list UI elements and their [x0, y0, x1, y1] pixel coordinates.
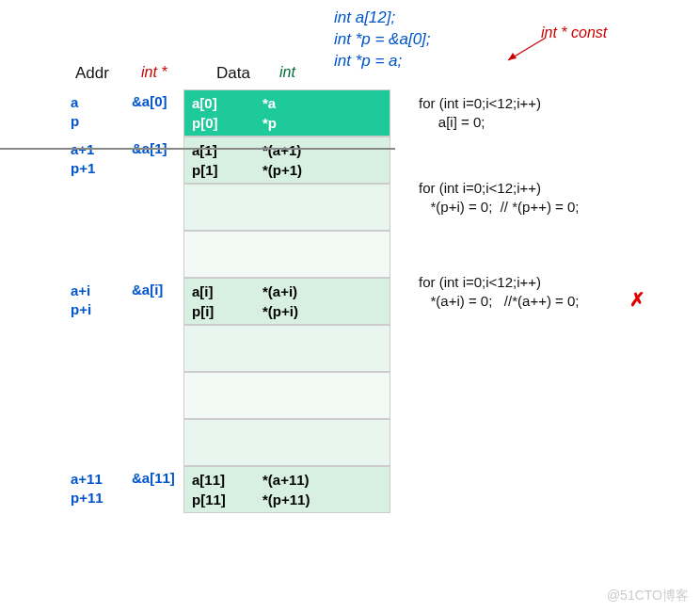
table-row: [71, 184, 390, 231]
svg-marker-1: [508, 53, 517, 60]
table-row: [71, 372, 390, 419]
addr-cell: [71, 325, 132, 372]
ptr-cell: [132, 325, 183, 372]
addr-cell: ap: [71, 89, 132, 137]
table-row: ap&a[0]a[0]*ap[0]*p: [71, 89, 390, 137]
ptr-cell: [132, 231, 183, 278]
decl-line-2: int *p = &a[0];: [334, 29, 431, 51]
addr-cell: a+11p+11: [71, 466, 132, 513]
data-cell: [183, 231, 390, 278]
svg-line-0: [508, 38, 546, 60]
decl-line-3: int *p = a;: [334, 51, 431, 72]
declaration-block: int a[12]; int *p = &a[0]; int *p = a;: [334, 8, 431, 72]
data-cell: a[11]*(a+11)p[11]*(p+11): [183, 466, 390, 513]
ptr-cell: &a[1]: [132, 137, 183, 184]
code-block-2: for (int i=0;i<12;i++) *(p+i) = 0; // *(…: [419, 179, 580, 217]
const-label: int * const: [541, 24, 607, 41]
data-cell: [183, 325, 390, 372]
data-cell: [183, 419, 390, 466]
ptr-cell: &a[11]: [132, 466, 183, 513]
data-cell: a[0]*ap[0]*p: [183, 89, 390, 137]
header-intptr: int *: [141, 64, 167, 81]
table-row: a+11p+11&a[11]a[11]*(a+11)p[11]*(p+11): [71, 466, 390, 513]
data-cell: [183, 184, 390, 231]
ptr-cell: &a[i]: [132, 278, 183, 325]
table-row: [71, 325, 390, 372]
ptr-cell: &a[0]: [132, 89, 183, 137]
table-row: a+ip+i&a[i]a[i]*(a+i)p[i]*(p+i): [71, 278, 390, 325]
table-row: a+1p+1&a[1]a[1]*(a+1)p[1]*(p+1): [71, 137, 390, 184]
addr-cell: [71, 184, 132, 231]
addr-cell: [71, 231, 132, 278]
addr-cell: a+ip+i: [71, 278, 132, 325]
header-int: int: [279, 64, 295, 81]
table-row: [71, 231, 390, 278]
header-addr: Addr: [75, 64, 109, 83]
ptr-cell: [132, 419, 183, 466]
addr-cell: [71, 419, 132, 466]
ptr-cell: [132, 372, 183, 419]
code-block-1: for (int i=0;i<12;i++) a[i] = 0;: [419, 94, 541, 133]
code-block-3: for (int i=0;i<12;i++) *(a+i) = 0; //*(a…: [419, 273, 580, 312]
data-cell: a[i]*(a+i)p[i]*(p+i): [183, 278, 390, 325]
ptr-cell: [132, 184, 183, 231]
array-table: ap&a[0]a[0]*ap[0]*pa+1p+1&a[1]a[1]*(a+1)…: [71, 89, 390, 513]
row-separator-line: [0, 148, 395, 150]
data-cell: [183, 372, 390, 419]
table-row: [71, 419, 390, 466]
header-data: Data: [216, 64, 250, 83]
addr-cell: [71, 372, 132, 419]
addr-cell: a+1p+1: [71, 137, 132, 184]
watermark: @51CTO博客: [607, 588, 689, 604]
decl-line-1: int a[12];: [334, 8, 431, 29]
data-cell: a[1]*(a+1)p[1]*(p+1): [183, 137, 390, 184]
cross-icon: ✗: [629, 288, 645, 311]
